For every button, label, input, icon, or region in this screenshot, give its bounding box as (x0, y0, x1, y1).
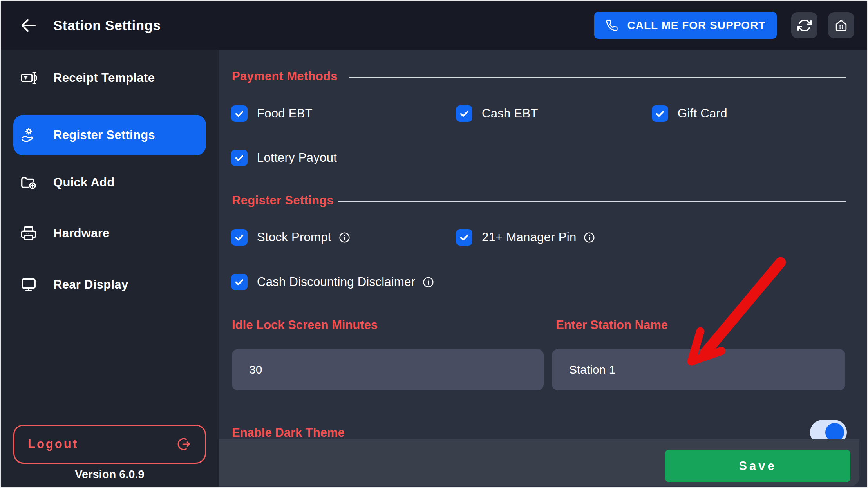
sidebar: Receipt Template Register Settings Quick… (1, 50, 219, 487)
check-icon (234, 277, 245, 287)
checkbox-row-gift-card: Gift Card (652, 105, 727, 122)
sidebar-item-register-settings[interactable]: Register Settings (13, 115, 206, 155)
sidebar-item-label: Hardware (53, 226, 110, 240)
version-text: Version 6.0.9 (1, 468, 219, 481)
cash-discounting-checkbox[interactable] (231, 274, 248, 290)
station-name-input[interactable] (552, 349, 845, 390)
register-settings-divider (338, 201, 846, 202)
checkbox-label: Lottery Payout (257, 151, 337, 165)
register-settings-heading: Register Settings (232, 193, 334, 208)
phone-icon (606, 19, 618, 32)
refresh-icon (797, 18, 812, 33)
call-support-button[interactable]: CALL ME FOR SUPPORT (594, 12, 777, 39)
food-ebt-checkbox[interactable] (231, 105, 248, 122)
refresh-button[interactable] (791, 12, 817, 38)
footer-bar: Save (219, 439, 859, 486)
logout-button[interactable]: Logout (13, 425, 206, 464)
save-label: Save (739, 459, 776, 473)
checkbox-row-manager-pin: 21+ Manager Pin (456, 229, 595, 246)
checkbox-label: Stock Prompt (257, 230, 331, 244)
folder-plus-icon (20, 174, 38, 192)
payment-methods-divider (349, 77, 846, 78)
receipt-template-icon (20, 69, 38, 87)
checkbox-label: Cash Discounting Disclaimer (257, 275, 415, 289)
sidebar-item-hardware[interactable]: Hardware (1, 213, 219, 254)
station-settings-screen: Station Settings CALL ME FOR SUPPORT (0, 0, 868, 488)
check-icon (234, 108, 245, 119)
dark-theme-label: Enable Dark Theme (232, 426, 345, 440)
sidebar-item-label: Quick Add (53, 175, 115, 190)
payment-methods-heading: Payment Methods (232, 69, 338, 83)
monitor-icon (20, 276, 38, 294)
info-icon[interactable] (583, 231, 595, 244)
check-icon (655, 108, 665, 119)
checkbox-row-stock-prompt: Stock Prompt (231, 229, 351, 246)
sidebar-item-receipt-template[interactable]: Receipt Template (1, 58, 219, 98)
home-keypad-icon (834, 18, 848, 33)
check-icon (234, 232, 245, 243)
check-icon (459, 108, 470, 119)
manager-pin-checkbox[interactable] (456, 229, 472, 246)
call-support-label: CALL ME FOR SUPPORT (627, 19, 766, 32)
checkbox-row-lottery-payout: Lottery Payout (231, 150, 337, 166)
lottery-payout-checkbox[interactable] (231, 150, 248, 166)
home-button[interactable] (828, 12, 854, 38)
sidebar-item-label: Register Settings (53, 128, 155, 142)
hand-gear-icon (20, 126, 38, 144)
check-icon (234, 152, 245, 163)
check-icon (459, 232, 470, 243)
top-bar: Station Settings CALL ME FOR SUPPORT (1, 1, 867, 50)
page-title: Station Settings (53, 1, 161, 50)
save-button[interactable]: Save (665, 450, 850, 482)
logout-icon (175, 436, 192, 452)
logout-label: Logout (28, 437, 78, 451)
checkbox-row-food-ebt: Food EBT (231, 105, 313, 122)
checkbox-row-cash-ebt: Cash EBT (456, 105, 538, 122)
stock-prompt-checkbox[interactable] (231, 229, 248, 246)
checkbox-label: Cash EBT (482, 107, 538, 121)
info-icon[interactable] (338, 231, 351, 244)
sidebar-item-label: Receipt Template (53, 71, 155, 85)
info-icon[interactable] (422, 276, 434, 288)
arrow-left-icon (19, 16, 38, 35)
idle-lock-label: Idle Lock Screen Minutes (232, 318, 378, 332)
sidebar-item-rear-display[interactable]: Rear Display (1, 264, 219, 305)
station-name-label: Enter Station Name (556, 318, 668, 332)
cash-ebt-checkbox[interactable] (456, 105, 472, 122)
toggle-knob (825, 423, 844, 442)
sidebar-item-quick-add[interactable]: Quick Add (1, 162, 219, 203)
checkbox-label: 21+ Manager Pin (482, 230, 576, 244)
gift-card-checkbox[interactable] (652, 105, 668, 122)
checkbox-label: Gift Card (678, 107, 727, 121)
checkbox-row-cash-discounting: Cash Discounting Disclaimer (231, 274, 434, 290)
idle-lock-input[interactable] (232, 349, 544, 390)
sidebar-item-label: Rear Display (53, 278, 128, 292)
checkbox-label: Food EBT (257, 107, 313, 121)
printer-icon (20, 224, 38, 242)
back-button[interactable] (17, 14, 40, 37)
